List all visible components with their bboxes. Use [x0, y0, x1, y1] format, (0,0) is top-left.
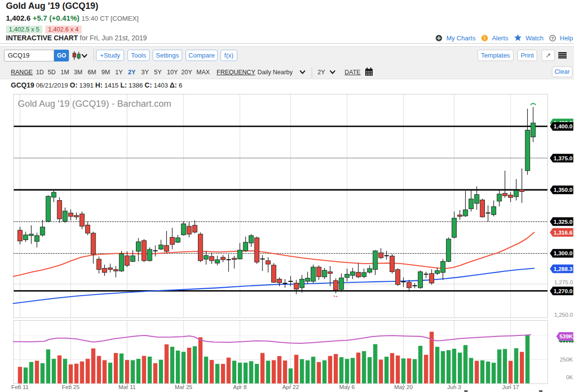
svg-text:Mar 11: Mar 11 [119, 384, 136, 390]
svg-text:1,350.0: 1,350.0 [554, 187, 573, 193]
svg-text:Mar 25: Mar 25 [175, 384, 192, 390]
svg-text:1,270.0: 1,270.0 [554, 288, 573, 294]
svg-text:Feb 11: Feb 11 [11, 384, 29, 390]
svg-text:Apr 22: Apr 22 [282, 384, 299, 390]
svg-text:?: ? [551, 36, 553, 41]
svg-text:1,375.0: 1,375.0 [554, 155, 573, 161]
svg-text:250K: 250K [560, 357, 573, 362]
svg-text:539K: 539K [559, 333, 573, 339]
svg-text:May 20: May 20 [394, 384, 413, 390]
svg-text:Jun 3: Jun 3 [447, 384, 461, 390]
svg-text:Gold Aug '19 (GCQ19) - Barchar: Gold Aug '19 (GCQ19) - Barchart.com [18, 98, 171, 109]
svg-text:1,400.0: 1,400.0 [554, 123, 573, 129]
svg-text:1,325.0: 1,325.0 [554, 219, 573, 225]
svg-text:Apr 8: Apr 8 [233, 384, 247, 390]
svg-text:1,250.0: 1,250.0 [554, 312, 573, 318]
svg-text:Jun 17: Jun 17 [502, 384, 519, 390]
svg-text:1,288.3: 1,288.3 [554, 266, 573, 272]
svg-text:1,300.0: 1,300.0 [554, 250, 573, 256]
svg-text:1,316.6: 1,316.6 [554, 230, 573, 236]
svg-text:0K: 0K [566, 374, 573, 380]
svg-text:May 6: May 6 [339, 384, 354, 390]
svg-text:Feb 25: Feb 25 [62, 384, 80, 390]
svg-text:1,275.0: 1,275.0 [554, 279, 573, 285]
